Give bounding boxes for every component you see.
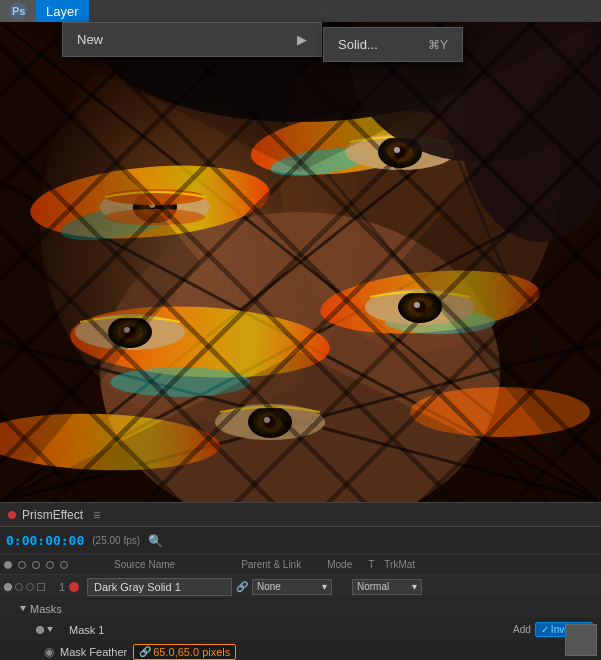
- corner-swatch: [565, 624, 597, 656]
- mask1-row: Mask 1 Add ✓ Inverted: [0, 619, 601, 641]
- layer-vis-toggle[interactable]: [4, 583, 12, 591]
- feather-value: 65.0,65.0 pixels: [153, 646, 230, 658]
- parent-dropdown[interactable]: None ▾: [252, 579, 332, 595]
- canvas-overlay: [0, 22, 601, 502]
- shortcut-label: ⌘Y: [428, 38, 448, 52]
- check-icon: ✓: [541, 624, 549, 635]
- feather-label: Mask Feather: [60, 646, 127, 658]
- feather-orbit-icon: ◉: [44, 645, 54, 659]
- vis-dot-2: [18, 561, 26, 569]
- layer-dropdown: New ▶ Solid... ⌘Y: [62, 22, 322, 57]
- trkmat-header: TrkMat: [384, 559, 415, 570]
- svg-text:Ps: Ps: [12, 5, 25, 17]
- timecode-display: 0:00:00:00: [6, 533, 84, 548]
- mask1-expand-icon[interactable]: [47, 627, 53, 632]
- app-icon: Ps: [0, 0, 36, 22]
- search-button[interactable]: 🔍: [148, 534, 163, 548]
- link-chain-icon: 🔗: [236, 581, 248, 592]
- feather-row: ◉ Mask Feather 🔗 65.0,65.0 pixels: [0, 641, 601, 660]
- mode-dropdown[interactable]: Normal ▾: [352, 579, 422, 595]
- mask1-vis[interactable]: [36, 626, 44, 634]
- layer-collapse-toggle[interactable]: [37, 583, 45, 591]
- canvas-image: [0, 22, 601, 502]
- solid-submenu-item[interactable]: Solid... ⌘Y: [324, 32, 462, 57]
- menu-bar: Ps Layer: [0, 0, 601, 22]
- layer-number: 1: [55, 581, 69, 593]
- comp-menu-icon[interactable]: ≡: [93, 508, 100, 522]
- mask1-controls: [36, 626, 53, 634]
- layer-row: 1 Dark Gray Solid 1 🔗 None ▾ Normal ▾: [0, 575, 601, 599]
- masks-row: Masks: [0, 599, 601, 619]
- new-submenu: Solid... ⌘Y: [323, 27, 463, 62]
- feather-value-box[interactable]: 🔗 65.0,65.0 pixels: [133, 644, 236, 660]
- masks-expand-icon[interactable]: [20, 606, 26, 611]
- vis-dot-5: [60, 561, 68, 569]
- parent-link-header: Parent & Link: [241, 559, 301, 570]
- feather-link-icon: 🔗: [139, 646, 151, 657]
- layer-color-swatch[interactable]: [69, 582, 79, 592]
- vis-dot-1: [4, 561, 12, 569]
- layer-lock-toggle[interactable]: [26, 583, 34, 591]
- vis-dot-3: [32, 561, 40, 569]
- canvas-area: [0, 22, 601, 502]
- source-name-header: Source Name: [114, 559, 175, 570]
- comp-name: PrismEffect: [22, 508, 83, 522]
- fps-label: (25.00 fps): [92, 535, 140, 546]
- layer-name-box[interactable]: Dark Gray Solid 1: [87, 578, 232, 596]
- timeline-panel: PrismEffect ≡ 0:00:00:00 (25.00 fps) 🔍 S…: [0, 502, 601, 660]
- timeline-controls: 0:00:00:00 (25.00 fps) 🔍: [0, 527, 601, 555]
- submenu-arrow: ▶: [297, 32, 307, 47]
- t-header: T: [368, 559, 374, 570]
- mask1-name: Mask 1: [69, 624, 509, 636]
- layer-solo-toggle[interactable]: [15, 583, 23, 591]
- vis-dot-4: [46, 561, 54, 569]
- mode-header: Mode: [327, 559, 352, 570]
- close-button[interactable]: [8, 511, 16, 519]
- layer-controls: [0, 583, 55, 591]
- dropdown-new-item[interactable]: New ▶ Solid... ⌘Y: [63, 27, 321, 52]
- add-label: Add: [513, 624, 531, 635]
- parent-link-area: 🔗 None ▾: [232, 579, 352, 595]
- timeline-header: PrismEffect ≡: [0, 503, 601, 527]
- layer-menu[interactable]: Layer: [36, 0, 89, 22]
